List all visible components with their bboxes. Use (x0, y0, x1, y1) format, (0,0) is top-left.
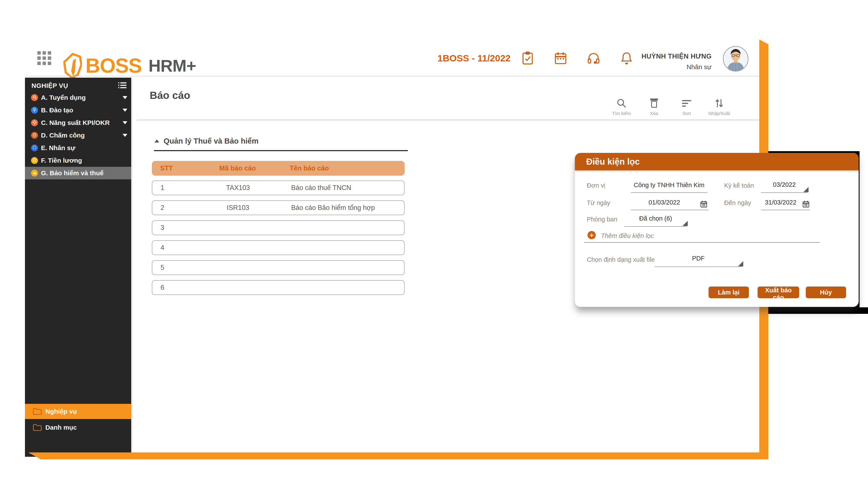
user-block[interactable]: HUỲNH THIỆN HƯNG Nhân sự (629, 53, 712, 71)
input-tu-ngay[interactable]: 01/03/2022 (631, 199, 709, 210)
sidebar-item[interactable]: A. Tuyển dụng (25, 91, 131, 104)
folder-icon (33, 408, 42, 415)
label-don-vi: Đơn vị (587, 182, 605, 189)
chevron-down-icon[interactable] (123, 109, 127, 112)
list-menu-icon[interactable] (118, 82, 126, 89)
table-row[interactable]: 1 TAX103 Báo cáo thuế TNCN (152, 181, 405, 195)
calendar-picker-icon[interactable] (700, 200, 708, 208)
context-title: 1BOSS - 11/2022 (432, 53, 516, 64)
input-den-ngay[interactable]: 31/03/2022 (761, 199, 810, 210)
avatar[interactable] (722, 45, 749, 72)
chevron-down-icon[interactable] (123, 134, 127, 137)
folder-icon (33, 424, 42, 431)
logo-text: BOSS (86, 56, 142, 76)
app-grid-icon[interactable] (37, 51, 51, 65)
sidebar-item-label: B. Đào tạo (41, 106, 73, 114)
table-row[interactable]: 3 (152, 220, 405, 235)
sidebar-item[interactable]: C. Năng suất KPI/OKR (25, 117, 131, 129)
dropdown-corner-icon (803, 187, 809, 192)
search-icon (616, 97, 627, 109)
add-filter-label[interactable]: Thêm điều kiện lọc (601, 232, 654, 239)
dialog-title: Điều kiện lọc (586, 153, 859, 170)
select-phong-ban[interactable]: Đã chọn (6) (624, 215, 687, 227)
user-role: Nhân sự (629, 63, 712, 71)
select-export-format[interactable]: PDF (654, 255, 742, 267)
dialog-divider (584, 242, 819, 243)
toolbar-button[interactable]: Tìm kiếm (605, 97, 638, 116)
reset-button[interactable]: Làm lại (709, 287, 749, 298)
column-header-stt: STT (160, 161, 173, 176)
sidebar-item[interactable]: G. Bảo hiểm và thuế (25, 167, 131, 180)
export-report-button[interactable]: Xuất báo cáo (757, 287, 799, 298)
input-don-vi[interactable]: Công ty TNHH Thiên Kim (631, 182, 707, 193)
column-header-ma: Mã báo cáo (191, 161, 284, 176)
add-filter-button[interactable]: + (588, 231, 596, 239)
sidebar-footer-item[interactable]: Danh mục (25, 421, 131, 434)
sidebar-item-label: C. Năng suất KPI/OKR (41, 119, 110, 126)
toolbar-button[interactable]: Sort (670, 97, 703, 116)
report-table: 1 TAX103 Báo cáo thuế TNCN 2 ISR103 Báo … (152, 181, 405, 300)
sidebar-item[interactable]: B. Đào tạo (25, 104, 131, 117)
toolbar-label: Nhập/Xuất (708, 111, 730, 116)
sidebar-item-label: D. Chấm công (41, 132, 85, 139)
cell-ma-bao-cao: ISR103 (191, 201, 285, 215)
chevron-down-icon[interactable] (123, 96, 127, 99)
menu-item-icon (31, 157, 38, 164)
label-den-ngay: Đến ngày (724, 199, 751, 206)
menu-item-icon (31, 107, 38, 113)
dropdown-corner-icon (738, 261, 743, 266)
menu-item-icon (31, 132, 38, 139)
sidebar-item-label: A. Tuyển dụng (41, 94, 86, 101)
select-ky-ke-toan[interactable]: 03/2022 (761, 181, 808, 193)
sidebar-title: NGHIỆP VỤ (31, 82, 68, 89)
tasks-icon[interactable] (521, 51, 534, 65)
cell-ten-bao-cao: Báo cáo thuế TNCN (291, 181, 351, 195)
collapse-icon[interactable] (154, 139, 159, 142)
dropdown-corner-icon (683, 221, 688, 226)
chevron-down-icon[interactable] (123, 121, 127, 124)
sidebar-footer-item[interactable]: Nghiệp vụ (25, 404, 131, 419)
logo-product: HRM+ (148, 57, 196, 74)
dialog-header: Điều kiện lọc (575, 153, 859, 170)
calendar-icon[interactable] (554, 51, 567, 65)
sidebar-footer-label: Danh mục (45, 424, 77, 431)
toolbar-label: Tìm kiếm (612, 111, 631, 116)
menu-item-icon (31, 119, 38, 126)
page-title: Báo cáo (150, 89, 190, 101)
sidebar-item[interactable]: D. Chấm công (25, 129, 131, 142)
cell-stt: 2 (160, 201, 164, 215)
cancel-button[interactable]: Hủy (806, 287, 846, 298)
cell-stt: 5 (160, 261, 164, 274)
toolbar-button[interactable]: Xóa (638, 97, 670, 116)
cell-stt: 4 (160, 241, 164, 255)
search-icon (32, 95, 37, 100)
sidebar-item[interactable]: E. Nhân sự (25, 142, 131, 154)
target-icon (32, 132, 37, 138)
sidebar-divider (132, 78, 132, 457)
table-row[interactable]: 2 ISR103 Báo cáo Bảo hiểm tổng hợp (152, 200, 405, 215)
menu-item-icon (31, 94, 38, 101)
calendar-picker-icon[interactable] (802, 200, 810, 208)
filter-dialog: Điều kiện lọc Đơn vị Công ty TNHH Thiên … (575, 153, 859, 307)
section-title: Quản lý Thuế và Bảo hiểm (163, 137, 258, 145)
trash-icon (649, 97, 659, 109)
table-row[interactable]: 5 (152, 260, 405, 275)
logo-nib-icon (63, 53, 82, 79)
section-underline (154, 150, 408, 151)
headset-icon[interactable] (587, 51, 600, 65)
table-row[interactable]: 4 (152, 240, 405, 255)
value-phong-ban: Đã chọn (6) (639, 215, 672, 222)
label-export-format: Chọn định dạng xuất file (587, 256, 655, 263)
table-row[interactable]: 6 (152, 280, 405, 295)
value-tu-ngay: 01/03/2022 (648, 199, 680, 206)
sidebar-item[interactable]: F. Tiền lương (25, 154, 131, 167)
value-export-format: PDF (692, 255, 705, 262)
content-divider (137, 120, 759, 120)
toolbar-button[interactable]: Nhập/Xuất (703, 97, 736, 116)
app-canvas: BOSS HRM+ 1BOSS - 11/2022 (0, 0, 868, 488)
value-don-vi: Công ty TNHH Thiên Kim (634, 182, 705, 189)
sidebar-item-label: F. Tiền lương (41, 157, 82, 164)
section-header: Quản lý Thuế và Bảo hiểm (154, 137, 258, 145)
value-ky-ke-toan: 03/2022 (773, 181, 796, 188)
sidebar-footer-label: Nghiệp vụ (45, 408, 77, 415)
